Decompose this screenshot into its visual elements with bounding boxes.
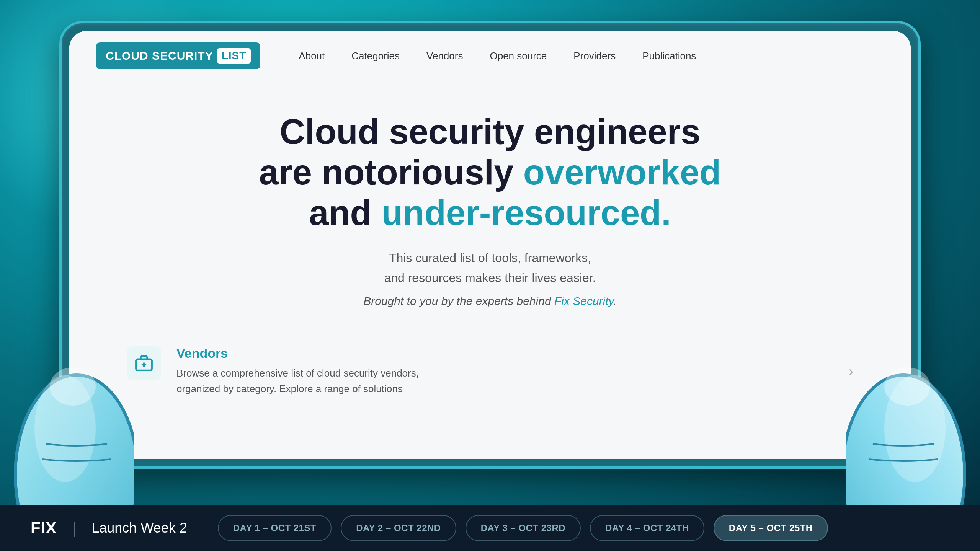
hero-highlight1: overworked [523,153,721,192]
day-2-button[interactable]: DAY 2 – OCT 22ND [341,515,456,541]
nav-providers[interactable]: Providers [573,50,616,62]
day-1-button[interactable]: DAY 1 – OCT 21ST [218,515,332,541]
tablet-frame: CLOUD SECURITY LIST About Categories Ven… [59,21,921,469]
day-5-button[interactable]: DAY 5 – OCT 25TH [714,515,828,541]
bottom-bar: FIX | Launch Week 2 DAY 1 – OCT 21ST DAY… [0,505,980,551]
hero-highlight2: under-resourced. [381,193,671,232]
vendor-description: Browse a comprehensive list of cloud sec… [176,365,833,397]
briefcase-icon [134,354,154,373]
hero-title-part1: Cloud security engineers [279,112,700,151]
hero-title: Cloud security engineers are notoriously… [127,112,853,233]
vendor-desc-line1: Browse a comprehensive list of cloud sec… [176,367,419,379]
nav-about[interactable]: About [299,50,325,62]
logo-text-main: CLOUD SECURITY [106,49,213,62]
navbar: CLOUD SECURITY LIST About Categories Ven… [69,31,911,81]
day-4-button[interactable]: DAY 4 – OCT 24TH [590,515,704,541]
nav-links: About Categories Vendors Open source Pro… [299,50,696,62]
hero-subtitle-line2: and resources makes their lives easier. [384,271,596,285]
day-3-button[interactable]: DAY 3 – OCT 23RD [466,515,581,541]
hero-subtitle-line1: This curated list of tools, frameworks, [389,251,591,265]
logo[interactable]: CLOUD SECURITY LIST [96,42,260,69]
hero-section: Cloud security engineers are notoriously… [69,81,911,331]
svg-point-8 [884,367,930,406]
vendor-content: Vendors Browse a comprehensive list of c… [176,346,833,397]
fix-logo: FIX [31,519,57,537]
svg-point-5 [50,367,96,406]
logo-text-list: LIST [217,48,251,64]
hero-attribution-period: . [613,295,616,307]
nav-open-source[interactable]: Open source [490,50,547,62]
screen: CLOUD SECURITY LIST About Categories Ven… [69,31,911,459]
hero-title-part2: are notoriously [259,153,523,192]
separator: | [72,519,76,537]
vendor-card[interactable]: Vendors Browse a comprehensive list of c… [127,346,853,397]
fix-security-link[interactable]: Fix Security [554,295,613,307]
hero-subtitle: This curated list of tools, frameworks, … [127,248,853,287]
nav-categories[interactable]: Categories [351,50,400,62]
vendor-section: Vendors Browse a comprehensive list of c… [69,331,911,412]
hero-title-part3: and [309,193,381,232]
hero-attribution: Brought to you by the experts behind Fix… [127,295,853,308]
day-buttons: DAY 1 – OCT 21ST DAY 2 – OCT 22ND DAY 3 … [218,515,828,541]
nav-publications[interactable]: Publications [642,50,696,62]
nav-vendors[interactable]: Vendors [426,50,463,62]
hero-attribution-text: Brought to you by the experts behind [363,295,554,307]
launch-week-label: Launch Week 2 [91,520,187,536]
vendor-desc-line2: organized by category. Explore a range o… [176,383,403,395]
vendor-title: Vendors [176,346,833,361]
